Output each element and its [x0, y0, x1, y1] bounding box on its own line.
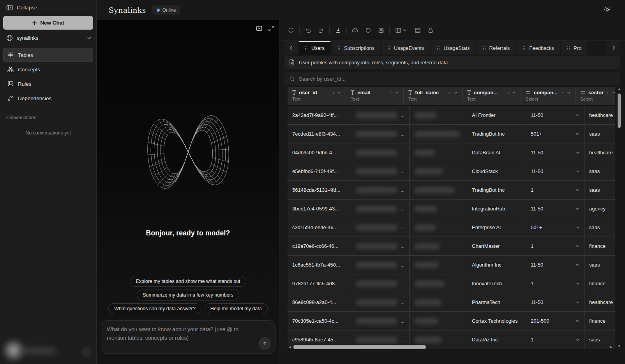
column-header[interactable]: T full_name ↑ Text [404, 87, 463, 105]
cell-company-size[interactable]: 501+ [526, 125, 584, 143]
cell-email[interactable]: ... [351, 162, 410, 180]
table-row[interactable]: 56148cda-5131-4fd... ... TradingBot Inc … [288, 181, 615, 200]
sidebar-item-concepts[interactable]: Concepts [3, 62, 93, 76]
table-row[interactable]: 7ecded11-e8f3-434... ... TradingBot Inc … [288, 125, 615, 143]
cell-full-name[interactable] [410, 218, 467, 237]
cell-full-name[interactable] [410, 106, 467, 124]
sidebar-item-tables[interactable]: Tables [3, 48, 93, 62]
suggestion-button[interactable]: Explore my tables and show me what stand… [130, 276, 246, 287]
chevron-down-icon[interactable] [403, 29, 407, 32]
cell-user-id[interactable]: 0782d177-ffc5-4d8... [288, 274, 351, 293]
table-tab[interactable]: Users [299, 41, 330, 55]
cell-full-name[interactable] [410, 181, 467, 199]
new-chat-button[interactable]: New Chat [3, 16, 93, 30]
theme-toggle-button[interactable] [604, 6, 611, 13]
table-row[interactable]: c3d15f34-ee4e-46... ... Enterprise AI 50… [288, 218, 615, 237]
cell-user-id[interactable]: 86e9c098-a2a0-4... [288, 293, 351, 311]
chevron-down-icon[interactable] [567, 92, 570, 94]
cell-user-id[interactable]: e5ebfbd6-715f-49f... [288, 162, 351, 180]
search-input[interactable] [299, 76, 616, 82]
user-menu-button[interactable] [81, 347, 92, 357]
cell-company-name[interactable]: Enterprise AI [467, 218, 526, 237]
cell-sector[interactable]: saas [584, 125, 615, 143]
chevron-down-icon[interactable] [395, 92, 399, 94]
cell-company-size[interactable]: 11-50 [526, 256, 584, 274]
cell-company-size[interactable]: 201-500 [526, 312, 584, 330]
cell-email[interactable]: ... [351, 274, 410, 293]
cell-full-name[interactable] [410, 293, 467, 311]
cell-email[interactable]: ... [351, 106, 410, 124]
chat-input[interactable] [107, 325, 253, 349]
cell-sector[interactable]: saas [584, 218, 615, 237]
column-header[interactable]: T compan... ↑ Select [521, 87, 576, 105]
horizontal-scrollbar-thumb[interactable] [293, 345, 426, 349]
cell-user-id[interactable]: 7ecded11-e8f3-434... [288, 125, 351, 143]
cell-email[interactable]: ... [351, 256, 410, 274]
cell-company-name[interactable]: CloudStack [467, 162, 526, 180]
cell-sector[interactable]: saas [584, 256, 615, 274]
cell-full-name[interactable] [410, 125, 467, 143]
cell-full-name[interactable] [410, 200, 467, 218]
suggestion-button[interactable]: Summarize my data in a few key numbers [137, 290, 239, 300]
save-button[interactable] [374, 25, 387, 36]
download-button[interactable] [332, 25, 344, 36]
cell-email[interactable]: ... [351, 125, 410, 143]
cell-company-size[interactable]: 11-50 [526, 162, 584, 180]
chevron-down-icon[interactable] [512, 92, 516, 94]
cell-email[interactable]: ... [351, 218, 410, 237]
table-row[interactable]: 3bec17e4-0599-43... ... IntegrationHub 1… [288, 200, 615, 218]
scroll-down-icon[interactable]: ▼ [618, 345, 621, 348]
cell-email[interactable]: ... [351, 312, 410, 330]
cell-full-name[interactable] [410, 237, 467, 255]
cell-company-name[interactable]: ChartMaster [467, 237, 526, 255]
cell-user-id[interactable]: 1c6ac551-fb7a-450... [288, 256, 351, 274]
cell-sector[interactable]: saas [584, 162, 615, 180]
table-tab[interactable]: Pro [561, 41, 587, 55]
collapse-sidebar-button[interactable]: Collapse [6, 4, 37, 11]
cell-full-name[interactable] [410, 143, 467, 162]
table-row[interactable]: 1c6ac551-fb7a-450... ... Algorithm Inc 1… [288, 256, 615, 274]
cell-sector[interactable]: saas [584, 181, 615, 199]
cell-company-name[interactable]: IntegrationHub [467, 200, 526, 218]
cell-company-name[interactable]: Algorithm Inc [467, 256, 526, 274]
sort-asc-icon[interactable]: ↑ [607, 90, 609, 95]
cell-sector[interactable]: healthcare [584, 143, 615, 162]
expand-chat-button[interactable] [268, 25, 274, 32]
table-row[interactable]: c19a70e6-cc66-46... ... ChartMaster 1 fi… [288, 237, 615, 256]
cell-sector[interactable]: finance [584, 312, 615, 330]
table-tab[interactable]: Referrals [477, 41, 516, 55]
chevron-down-icon[interactable] [612, 92, 615, 94]
send-button[interactable] [258, 337, 271, 350]
table-row[interactable]: 2a42ad7f-9a92-4ff... ... AI Frontier 11-… [288, 106, 615, 125]
tabs-scroll-left-button[interactable] [284, 41, 298, 55]
column-header[interactable]: T user_id ↑ Text [288, 87, 346, 105]
sidebar-item-rules[interactable]: Rules [3, 77, 93, 91]
cell-company-size[interactable]: 11-50 [526, 106, 584, 124]
column-header[interactable]: T compan... ↑ Text [463, 87, 521, 105]
table-tab[interactable]: UsageEvents [381, 41, 430, 55]
lock-toggle-button[interactable] [424, 25, 437, 36]
cell-sector[interactable]: finance [584, 274, 615, 293]
sidebar-item-dependencies[interactable]: Dependencies [3, 91, 93, 105]
cell-company-size[interactable]: 11-50 [526, 293, 584, 311]
chevron-down-icon[interactable] [454, 92, 457, 94]
cell-full-name[interactable] [410, 274, 467, 293]
cell-company-name[interactable]: PharmaTech [467, 293, 526, 311]
cell-user-id[interactable]: 70c305e1-ca50-4c... [288, 312, 351, 330]
vertical-scrollbar[interactable]: ▲ ▼ [617, 87, 621, 348]
sort-asc-icon[interactable]: ↑ [332, 90, 335, 95]
scroll-up-icon[interactable]: ▲ [618, 87, 621, 91]
cell-company-name[interactable]: InnovateTech [467, 274, 526, 293]
cell-company-size[interactable]: 1 [526, 237, 584, 255]
cell-company-name[interactable]: TradingBot Inc [467, 125, 526, 143]
sort-asc-icon[interactable]: ↑ [562, 90, 564, 95]
cell-user-id[interactable]: 04db3c00-9dbb-4... [288, 143, 351, 162]
tabs-scroll-right-button[interactable] [607, 41, 620, 55]
table-row[interactable]: 86e9c098-a2a0-4... ... PharmaTech 11-50 … [288, 293, 615, 312]
table-row[interactable]: 04db3c00-9dbb-4... ... DataBrain AI 11-5… [288, 143, 615, 162]
sort-asc-icon[interactable]: ↑ [449, 90, 451, 95]
sort-asc-icon[interactable]: ↑ [390, 90, 392, 95]
collapse-chat-panel-button[interactable] [256, 25, 262, 32]
cell-sector[interactable]: agency [584, 200, 615, 218]
cell-sector[interactable]: finance [584, 237, 615, 255]
